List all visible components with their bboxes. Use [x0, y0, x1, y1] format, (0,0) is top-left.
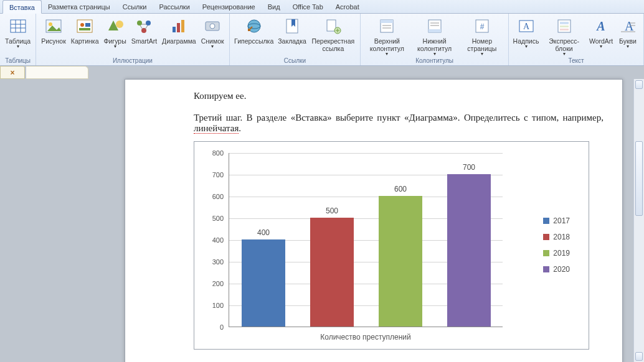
quickparts-icon [554, 16, 574, 36]
table-button[interactable]: Таблица▾ [2, 15, 33, 49]
ribbon-group-title: Таблицы [2, 57, 33, 65]
dropcap-icon: A [618, 16, 638, 36]
chart-bar: 700 [447, 174, 491, 327]
svg-text:A: A [625, 19, 634, 33]
ribbon-tab[interactable]: Разметка страницы [42, 0, 116, 13]
svg-point-13 [146, 21, 151, 26]
chart-data-label: 500 [310, 207, 354, 215]
chart-y-tick: 800 [212, 149, 224, 157]
chart-button[interactable]: Диаграмма [159, 15, 199, 45]
ribbon-group-title: Ссылки [232, 57, 358, 65]
chart-object[interactable]: 0100200300400500600700800400500600700 20… [194, 141, 589, 350]
chart-data-label: 600 [379, 185, 422, 193]
ribbon-tab[interactable]: Ссылки [116, 0, 153, 13]
text: . [239, 123, 241, 133]
legend-swatch [543, 234, 549, 240]
chevron-down-icon: ▾ [481, 52, 483, 56]
ribbon-tab[interactable]: Acrobat [329, 0, 366, 13]
header-icon [377, 16, 397, 36]
chevron-down-icon: ▾ [17, 45, 19, 49]
header-button[interactable]: Верхний колонтитул▾ [363, 15, 410, 56]
button-label: Номер страницы [461, 37, 503, 52]
screenshot-button[interactable]: Снимок▾ [199, 15, 227, 49]
screenshot-icon [202, 16, 222, 36]
svg-point-19 [210, 24, 215, 29]
chart-y-tick: 500 [212, 215, 224, 222]
wordart-icon: A [591, 16, 611, 36]
bookmark-button[interactable]: Закладка [276, 15, 309, 45]
chart-y-tick: 100 [212, 302, 224, 309]
shapes-button[interactable]: Фигуры▾ [101, 15, 128, 49]
ribbon-tab[interactable]: Office Tab [286, 0, 329, 13]
clipart-button[interactable]: Картинка [69, 15, 102, 45]
svg-rect-0 [11, 20, 26, 32]
ribbon-tabs: ВставкаРазметка страницыСсылкиРассылкиРе… [0, 0, 644, 14]
ribbon-group-title: Текст [511, 57, 641, 65]
svg-rect-17 [181, 20, 184, 32]
button-label: Верхний колонтитул [366, 37, 408, 52]
button-label: Перекрестная ссылка [311, 37, 355, 52]
clipart-icon [75, 16, 95, 36]
chart-legend: 2017201820192020 [543, 216, 570, 281]
wordart-button[interactable]: AWordArt▾ [587, 15, 615, 49]
chart-bar: 500 [310, 218, 354, 327]
ribbon-group: Верхний колонтитул▾Нижний колонтитул▾#Но… [361, 14, 509, 65]
table-icon [8, 16, 28, 36]
dropcap-button[interactable]: AБукви▾ [615, 15, 641, 49]
button-label: Картинка [71, 37, 99, 45]
svg-point-6 [49, 22, 52, 26]
chart-gridline [229, 153, 503, 154]
legend-label: 2018 [553, 233, 570, 241]
pagenum-button[interactable]: #Номер страницы▾ [458, 15, 506, 56]
chart-x-title: Количество преступлений [229, 333, 503, 341]
vertical-scrollbar[interactable] [633, 79, 644, 362]
ribbon-tab[interactable]: Вставка [2, 0, 42, 14]
ribbon-group: РисунокКартинкаФигуры▾SmartArtДиаграммаС… [36, 14, 229, 65]
document-tab[interactable] [26, 66, 88, 79]
svg-rect-39 [560, 26, 569, 27]
chevron-down-icon: ▾ [211, 45, 214, 49]
svg-rect-15 [173, 27, 176, 32]
svg-rect-16 [177, 23, 180, 32]
hyperlink-icon [244, 16, 264, 36]
chevron-down-icon: ▾ [433, 52, 436, 56]
button-label: Рисунок [41, 37, 66, 45]
chevron-down-icon: ▾ [525, 45, 528, 49]
paragraph: Копируем ее. [194, 91, 604, 101]
chart-y-tick: 0 [220, 323, 224, 331]
chart-data-label: 700 [447, 163, 491, 172]
legend-swatch [543, 250, 549, 256]
hyperlink-button[interactable]: Гиперссылка [232, 15, 276, 45]
svg-rect-10 [79, 28, 90, 30]
legend-label: 2019 [553, 249, 570, 258]
bookmark-icon [282, 16, 302, 36]
svg-rect-30 [429, 29, 441, 32]
scroll-thumb[interactable] [635, 141, 643, 216]
button-label: Нижний колонтитул [413, 37, 455, 52]
spellcheck-word: линейчатая [194, 123, 239, 134]
scroll-down-button[interactable] [635, 352, 643, 361]
svg-rect-26 [381, 20, 393, 23]
chart-legend-item: 2020 [543, 265, 570, 274]
chevron-down-icon: ▾ [600, 45, 602, 49]
textbox-button[interactable]: AНадпись▾ [511, 15, 541, 49]
chevron-down-icon: ▾ [627, 45, 629, 49]
svg-text:A: A [595, 19, 605, 33]
crossref-icon [323, 16, 343, 36]
paragraph: Третий шаг. В разделе «Вставка» выберите… [194, 113, 604, 134]
svg-text:A: A [523, 22, 529, 31]
scroll-up-button[interactable] [635, 80, 643, 89]
footer-button[interactable]: Нижний колонтитул▾ [410, 15, 458, 56]
ribbon-tab[interactable]: Рецензирование [196, 0, 262, 13]
ribbon: Таблица▾ТаблицыРисунокКартинкаФигуры▾Sma… [0, 14, 644, 66]
smartart-button[interactable]: SmartArt [129, 15, 159, 45]
ribbon-group: ГиперссылкаЗакладкаПерекрестная ссылкаСс… [230, 14, 361, 65]
ribbon-tab[interactable]: Рассылки [153, 0, 196, 13]
document-tab-close[interactable]: × [0, 66, 25, 79]
quickparts-button[interactable]: Экспресс-блоки▾ [541, 15, 587, 56]
legend-swatch [543, 218, 549, 224]
crossref-button[interactable]: Перекрестная ссылка [308, 15, 358, 52]
ribbon-group: AНадпись▾Экспресс-блоки▾AWordArt▾AБукви▾… [509, 14, 644, 65]
ribbon-tab[interactable]: Вид [262, 0, 286, 13]
picture-button[interactable]: Рисунок [39, 15, 69, 45]
